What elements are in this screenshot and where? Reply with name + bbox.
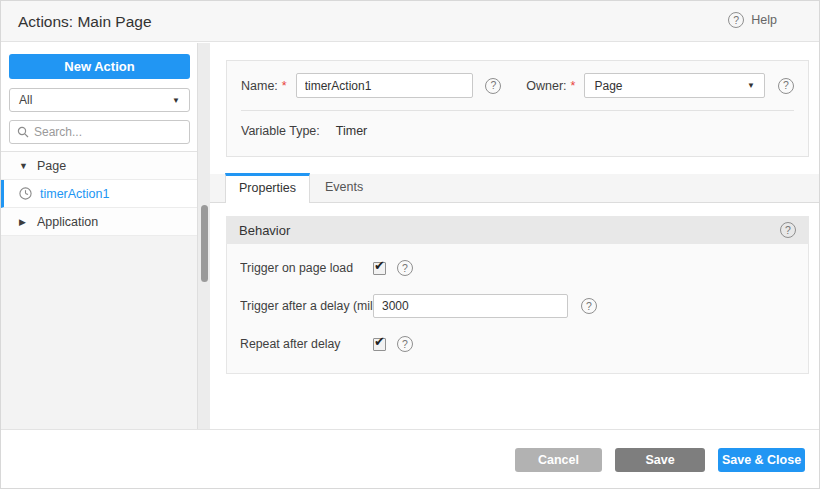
scrollbar[interactable]	[197, 43, 210, 429]
search-box	[9, 120, 190, 144]
behavior-section-header: Behavior ?	[226, 216, 809, 244]
trigger-on-page-load-row: Trigger on page load ✔ ?	[227, 249, 808, 287]
tab-properties[interactable]: Properties	[225, 173, 310, 203]
tree-item-label: Page	[37, 159, 66, 173]
tree-item-label: Application	[37, 215, 98, 229]
required-marker: *	[571, 79, 576, 93]
delay-milliseconds-input[interactable]	[373, 294, 568, 318]
owner-help-icon[interactable]: ?	[778, 78, 794, 94]
trigger-after-delay-help-icon[interactable]: ?	[581, 298, 597, 314]
name-help-icon[interactable]: ?	[485, 78, 501, 94]
behavior-section-body: Trigger on page load ✔ ? Trigger after a…	[226, 244, 809, 374]
trigger-after-delay-row: Trigger after a delay (millisec... ?	[227, 287, 808, 325]
repeat-after-delay-row: Repeat after delay ✔ ?	[227, 325, 808, 363]
name-input[interactable]	[296, 73, 474, 98]
trigger-on-page-load-help-icon[interactable]: ?	[397, 260, 413, 276]
dialog-footer: Cancel Save Save & Close	[1, 429, 819, 488]
filter-select-value: All	[19, 93, 32, 107]
scrollbar-thumb[interactable]	[201, 205, 208, 282]
filter-select[interactable]: All ▼	[9, 88, 190, 112]
trigger-after-delay-label: Trigger after a delay (millisec...	[240, 299, 373, 313]
trigger-on-page-load-label: Trigger on page load	[240, 261, 373, 275]
chevron-down-icon: ▼	[172, 96, 180, 105]
expand-arrow-icon[interactable]: ▶	[19, 217, 29, 227]
name-owner-row: Name: * ? Owner: * Page ▼ ?	[227, 61, 808, 98]
timer-icon	[19, 187, 32, 200]
variable-type-row: Variable Type: Timer	[227, 111, 808, 138]
repeat-after-delay-checkbox[interactable]: ✔	[373, 338, 386, 351]
behavior-section: Behavior ? Trigger on page load ✔ ? Trig…	[226, 216, 809, 374]
repeat-after-delay-label: Repeat after delay	[240, 337, 373, 351]
checkmark-icon: ✔	[374, 259, 385, 272]
action-tree: ▼ Page timerAction1 ▶ Application	[1, 151, 197, 236]
collapse-arrow-icon[interactable]: ▼	[19, 161, 29, 171]
behavior-section-title: Behavior	[239, 223, 290, 238]
tree-item-page[interactable]: ▼ Page	[1, 152, 197, 180]
save-and-close-button[interactable]: Save & Close	[718, 448, 805, 472]
main-panel: Name: * ? Owner: * Page ▼ ? Variable Typ…	[210, 43, 819, 429]
dialog-body: New Action All ▼ ▼ Page	[1, 43, 819, 429]
owner-select-value: Page	[594, 79, 622, 93]
sidebar: New Action All ▼ ▼ Page	[1, 43, 197, 429]
required-marker: *	[282, 79, 287, 93]
sidebar-filler	[1, 236, 197, 429]
save-button[interactable]: Save	[615, 448, 705, 472]
new-action-button[interactable]: New Action	[9, 54, 190, 79]
tree-item-label: timerAction1	[40, 187, 109, 201]
tab-events[interactable]: Events	[310, 173, 378, 202]
cancel-button[interactable]: Cancel	[515, 448, 602, 472]
behavior-help-icon[interactable]: ?	[780, 222, 796, 238]
tab-bar: Properties Events	[210, 174, 819, 203]
owner-select[interactable]: Page ▼	[584, 73, 765, 98]
tree-item-timeraction1[interactable]: timerAction1	[1, 180, 197, 208]
chevron-down-icon: ▼	[747, 81, 755, 90]
name-label: Name:	[241, 79, 278, 93]
action-settings-panel: Name: * ? Owner: * Page ▼ ? Variable Typ…	[226, 60, 809, 157]
tree-item-application[interactable]: ▶ Application	[1, 208, 197, 236]
page-title: Actions: Main Page	[18, 13, 152, 31]
help-icon: ?	[728, 12, 744, 28]
variable-type-value: Timer	[336, 124, 367, 138]
search-input[interactable]	[34, 125, 182, 139]
search-icon	[17, 126, 29, 138]
trigger-on-page-load-checkbox[interactable]: ✔	[373, 262, 386, 275]
help-label: Help	[751, 13, 777, 27]
help-button[interactable]: ? Help	[728, 12, 777, 28]
owner-label: Owner:	[526, 79, 566, 93]
actions-dialog: Actions: Main Page ? Help New Action All…	[0, 0, 820, 489]
checkmark-icon: ✔	[374, 335, 385, 348]
variable-type-label: Variable Type:	[241, 124, 320, 138]
dialog-header: Actions: Main Page ? Help	[1, 1, 819, 42]
repeat-after-delay-help-icon[interactable]: ?	[397, 336, 413, 352]
